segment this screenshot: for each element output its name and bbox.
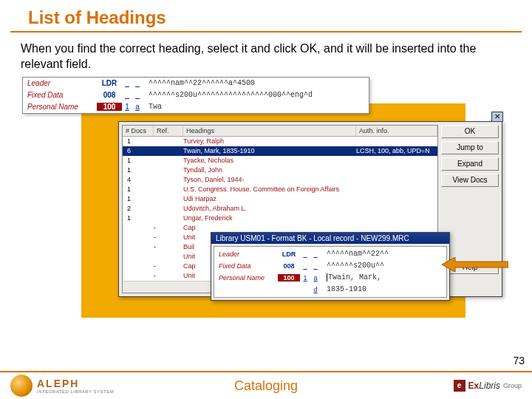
- arrow-callout-icon: [442, 257, 508, 272]
- marc-label: Leader: [214, 250, 278, 258]
- detail-titlebar: Library USM01 - Format BK - Local record…: [211, 233, 449, 244]
- slide-title: List of Headings: [10, 0, 522, 33]
- table-row[interactable]: 1U.S. Congress. House. Committee on Fore…: [123, 185, 437, 194]
- marc-label-fixed: Fixed Data: [23, 91, 97, 99]
- marc-label-leader: Leader: [23, 79, 97, 87]
- marc-value[interactable]: Twa: [143, 103, 162, 111]
- marc-value: ^^^^^nam^^22^^^^^^a^4500: [143, 79, 255, 87]
- screenshot-stage: Leader LDR __ ^^^^^nam^^22^^^^^^a^4500 F…: [22, 77, 510, 328]
- table-row[interactable]: 2Udovitch, Abraham L.: [123, 204, 437, 214]
- expand-button[interactable]: Expand: [441, 157, 499, 171]
- table-row[interactable]: 1Turvey, Ralph: [123, 137, 437, 146]
- marc-tag: LDR: [278, 250, 300, 258]
- inserted-heading-value[interactable]: Twain, Mark,: [321, 273, 381, 282]
- table-row[interactable]: 6Twain, Mark, 1835-1910LCSH, 100, abb, U…: [123, 146, 437, 156]
- table-header: # Docs Ref. Headings Auth. info.: [123, 126, 437, 137]
- marc-subfield: d: [310, 286, 321, 293]
- footer: ALEPH INTEGRATED LIBRARY SYSTEM Catalogi…: [0, 371, 532, 399]
- instruction-text: When you find the correct heading, selec…: [0, 37, 532, 77]
- table-row[interactable]: 1Tyacke, Nicholas: [123, 156, 437, 166]
- marc-indicator: 1: [122, 103, 132, 111]
- marc-tag: 008: [97, 91, 122, 99]
- col-headings[interactable]: Headings: [183, 126, 356, 136]
- marc-tag: 008: [278, 262, 300, 270]
- table-row[interactable]: 4Tyson, Daniel, 1944-: [123, 175, 437, 185]
- marc-label: Personal Name: [214, 274, 278, 282]
- marc-tag: LDR: [97, 79, 122, 87]
- col-ref[interactable]: Ref.: [154, 126, 183, 136]
- table-row[interactable]: 1Tyndall, John: [123, 166, 437, 175]
- table-row[interactable]: 1Ungar, Frederick: [123, 214, 437, 223]
- svg-marker-0: [442, 257, 508, 272]
- marc-value: ^^^^^^s200u^^: [321, 262, 384, 270]
- marc-label-personal: Personal Name: [23, 103, 97, 111]
- col-auth[interactable]: Auth. info.: [356, 126, 437, 136]
- marc-indicator: 1: [300, 274, 310, 282]
- marc-editor-top: Leader LDR __ ^^^^^nam^^22^^^^^^a^4500 F…: [22, 77, 369, 114]
- marc-value: ^^^^^nam^^22^^: [321, 250, 389, 258]
- footer-title: Cataloging: [0, 378, 532, 394]
- jump-to-button[interactable]: Jump to: [441, 141, 499, 154]
- marc-subfield: a: [310, 274, 321, 282]
- record-detail-window: Library USM01 - Format BK - Local record…: [211, 232, 450, 301]
- view-docs-button[interactable]: View Docs: [441, 174, 499, 187]
- marc-tag-selected: 100: [278, 274, 300, 282]
- marc-label: Fixed Data: [214, 262, 278, 270]
- col-docs[interactable]: # Docs: [123, 126, 154, 136]
- marc-value: ^^^^^^s200u^^^^^^^^^^^^^^^^000^^eng^d: [143, 91, 313, 99]
- marc-subfield: a: [132, 103, 143, 111]
- table-row[interactable]: 1Udi Harpaz: [123, 194, 437, 204]
- marc-tag-selected: 100: [97, 103, 122, 111]
- ok-button[interactable]: OK: [441, 125, 499, 138]
- page-number: 73: [513, 355, 525, 366]
- close-icon[interactable]: ✕: [491, 112, 503, 122]
- marc-value: 1835-1910: [321, 285, 366, 293]
